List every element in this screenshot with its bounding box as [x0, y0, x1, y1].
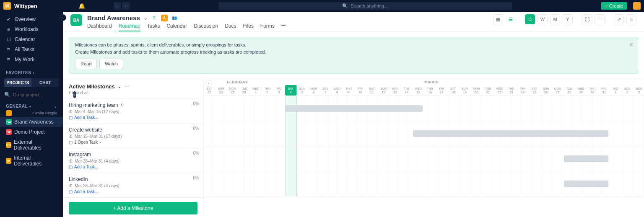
- sidebar-item-calendar[interactable]: ☐Calendar: [0, 34, 63, 44]
- day-column[interactable]: FRI17: [436, 85, 448, 96]
- star-icon[interactable]: ☆: [626, 14, 636, 24]
- expand-all-link[interactable]: Expand all: [63, 90, 203, 98]
- day-column[interactable]: WED29: [575, 85, 587, 96]
- day-column[interactable]: WED15: [413, 85, 424, 96]
- tab-dashboard[interactable]: Dashboard: [87, 23, 112, 31]
- milestone-sub-link[interactable]: ▢1 Open Task ›: [69, 140, 197, 145]
- day-column[interactable]: TUE21: [483, 85, 494, 96]
- gantt-bar[interactable]: [564, 181, 609, 187]
- timeline-prev-icon[interactable]: ‹: [205, 80, 212, 87]
- day-column[interactable]: SAT11: [366, 85, 378, 96]
- gantt-bar[interactable]: [564, 155, 609, 162]
- day-column[interactable]: THU16: [424, 85, 436, 96]
- range-week[interactable]: W: [538, 14, 548, 24]
- tab-docs[interactable]: Docs: [225, 23, 236, 31]
- workspace-icon[interactable]: [6, 110, 12, 116]
- day-column[interactable]: SUN26: [540, 85, 552, 96]
- back-icon[interactable]: ‹: [114, 2, 121, 10]
- banner-watch-button[interactable]: Watch: [99, 59, 123, 69]
- global-search[interactable]: 🔍 Search anything...: [218, 2, 512, 10]
- timeline[interactable]: ‹ FEBRUARYMARCH SAT25SUN26MON27TUE28WED1…: [204, 79, 644, 217]
- forward-icon[interactable]: ›: [122, 2, 130, 10]
- share-icon[interactable]: ↗: [614, 14, 624, 24]
- close-icon[interactable]: ✕: [629, 41, 634, 49]
- day-column[interactable]: THU30: [587, 85, 599, 96]
- brand-logo[interactable]: W: [3, 2, 11, 10]
- range-day[interactable]: D: [525, 14, 535, 24]
- collapse-sidebar-icon[interactable]: ‹: [60, 14, 66, 21]
- milestone-sub-link[interactable]: ▢Add a Task...: [69, 165, 197, 169]
- tab-roadmap[interactable]: Roadmap: [119, 23, 140, 31]
- create-button[interactable]: + Create: [601, 2, 627, 10]
- tab-calendar[interactable]: Calendar: [166, 23, 187, 31]
- milestone-sub-link[interactable]: ▢Add a Task...: [69, 115, 197, 120]
- day-column[interactable]: FRI10: [355, 85, 366, 96]
- chevron-down-icon[interactable]: ⌄: [117, 83, 122, 89]
- add-project-icon[interactable]: +: [73, 91, 76, 98]
- range-month[interactable]: M: [550, 14, 560, 24]
- day-column[interactable]: TUE14: [401, 85, 413, 96]
- more-icon[interactable]: ⋯: [595, 14, 605, 24]
- day-column[interactable]: MON20: [471, 85, 483, 96]
- project-item-demo-project[interactable]: DPDemo Project: [0, 127, 63, 137]
- day-column[interactable]: FRI31: [598, 85, 610, 96]
- milestone-hiring-marketing-team[interactable]: 0%Hiring marketing team 👁🗓Mar 4–Mar 15 (…: [63, 99, 203, 124]
- invite-people-link[interactable]: + Invite People: [14, 111, 57, 115]
- day-column[interactable]: TUE7: [320, 85, 332, 96]
- day-column[interactable]: THU23: [506, 85, 517, 96]
- more-icon[interactable]: ⋯: [124, 83, 129, 89]
- pin-icon[interactable]: ⚲: [151, 15, 158, 21]
- day-column[interactable]: WED22: [494, 85, 506, 96]
- user-avatar[interactable]: [633, 2, 641, 10]
- day-column[interactable]: SAT1: [610, 85, 622, 96]
- day-column[interactable]: MON3: [633, 85, 644, 96]
- grid-view-icon[interactable]: ▦: [493, 14, 503, 24]
- gantt-bar[interactable]: [413, 130, 609, 137]
- day-column[interactable]: SUN12: [378, 85, 390, 96]
- project-item-external-deliverables[interactable]: EDExternal Deliverables: [0, 137, 63, 153]
- day-column[interactable]: FRI3: [273, 85, 285, 96]
- goto-project-input[interactable]: [13, 92, 71, 97]
- range-year[interactable]: Y: [563, 14, 573, 24]
- project-badge-icon[interactable]: A: [161, 15, 168, 21]
- notifications-icon[interactable]: 🔔: [78, 3, 85, 9]
- day-column[interactable]: THU2: [262, 85, 273, 96]
- day-column[interactable]: WED8: [332, 85, 343, 96]
- sidebar-item-overview[interactable]: ✔Overview: [0, 14, 63, 24]
- day-column[interactable]: MON6: [308, 85, 320, 96]
- day-column[interactable]: TUE28: [564, 85, 575, 96]
- day-column[interactable]: MON27: [227, 85, 239, 96]
- day-column[interactable]: FRI24: [517, 85, 529, 96]
- day-column[interactable]: MON13: [390, 85, 401, 96]
- day-column[interactable]: SUN26: [216, 85, 227, 96]
- project-item-brand-awareness[interactable]: BABrand Awareness: [0, 117, 63, 127]
- day-column[interactable]: TUE28: [239, 85, 250, 96]
- project-item-internal-deliverables[interactable]: IDInternal Deliverables: [0, 153, 63, 169]
- favorites-header[interactable]: FAVORITES ›: [0, 67, 63, 77]
- milestone-linkedin[interactable]: 0%LinkedIn🗓Mar 28–Mar 31 (4 days)▢Add a …: [63, 173, 203, 198]
- add-member-icon[interactable]: 👥: [171, 15, 178, 21]
- day-column[interactable]: SUN19: [459, 85, 471, 96]
- chevron-down-icon[interactable]: ⌄: [143, 15, 148, 21]
- tab-forms[interactable]: Forms: [260, 23, 275, 31]
- tab-chat[interactable]: CHAT: [31, 78, 59, 87]
- tab-files[interactable]: Files: [243, 23, 254, 31]
- sidebar-item-all-tasks[interactable]: ≣All Tasks: [0, 44, 63, 54]
- day-column[interactable]: WED1: [250, 85, 262, 96]
- day-column[interactable]: SUN2: [622, 85, 634, 96]
- list-view-icon[interactable]: ☰: [506, 14, 516, 24]
- tab-tasks[interactable]: Tasks: [147, 23, 160, 31]
- sidebar-item-workloads[interactable]: ≡Workloads: [0, 24, 63, 34]
- milestone-instagram[interactable]: 0%Instagram🗓Mar 28–Mar 31 (4 days)▢Add a…: [63, 148, 203, 173]
- day-column[interactable]: THU9: [343, 85, 355, 96]
- general-header[interactable]: GENERAL ● ⌄: [0, 101, 63, 110]
- day-column[interactable]: SAT18: [447, 85, 459, 96]
- tab-projects[interactable]: PROJECTS: [4, 78, 31, 87]
- banner-read-button[interactable]: Read: [75, 59, 97, 69]
- gantt-bar[interactable]: [285, 105, 423, 112]
- tab-discussion[interactable]: Discussion: [194, 23, 218, 31]
- sidebar-item-my-work[interactable]: ≣My Work: [0, 54, 63, 65]
- milestone-sub-link[interactable]: ▢Add a Task...: [69, 189, 197, 194]
- day-column[interactable]: SUN5: [297, 85, 309, 96]
- day-column[interactable]: SAT25: [529, 85, 540, 96]
